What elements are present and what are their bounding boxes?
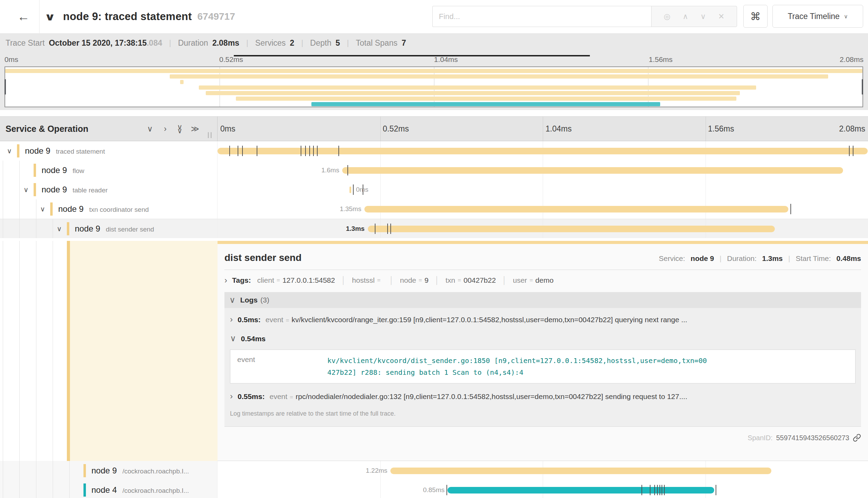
span-timeline-cell[interactable]: 1.6ms [218,161,868,180]
span-duration-label: 1.22ms [366,467,387,474]
log-3-value: rpc/nodedialer/nodedialer.go:132 [n9,cli… [296,392,688,401]
tag-value: 00427b22 [463,276,496,284]
log-event-tick [659,485,660,495]
span-row[interactable]: ∨node 9traced statement [0,141,868,161]
axis-tick-4: 2.08ms [839,124,865,134]
log-event-tick [641,485,642,495]
span-duration-bar[interactable] [364,206,788,212]
span-duration-bar[interactable] [368,226,775,232]
expand-all-icon[interactable]: ≫ [190,124,200,134]
log-collapse-chevron-icon[interactable]: ∨ [230,334,236,343]
keyboard-shortcuts-button[interactable]: ⌘ [743,5,768,28]
operation-name: /cockroach.roachpb.I... [122,468,189,475]
log-event-tick [229,146,230,156]
row-collapse-chevron-icon[interactable]: ∨ [38,205,47,213]
span-row[interactable]: node 9/cockroach.roachpb.I...1.22ms [0,461,868,480]
span-timeline-cell[interactable]: 1.3ms [218,219,868,238]
span-timeline-cell[interactable]: 0.85ms [218,480,868,498]
log-event-tick [790,204,791,214]
tree-guide-line [69,461,70,480]
back-button[interactable]: ← [8,0,39,33]
span-duration-bar[interactable] [390,468,771,474]
axis-tick-3: 1.56ms [708,124,734,134]
tree-guide-line [3,161,3,180]
log-event-tick [662,485,662,495]
row-collapse-chevron-icon[interactable]: ∨ [5,147,14,155]
minimap-right-scrubber[interactable] [862,79,863,94]
minimap-tick-0: 0ms [5,55,18,64]
tags-expand-chevron-icon[interactable]: › [224,276,227,284]
span-row[interactable]: ∨node 9table reader0ms [0,180,868,199]
operation-name: dist sender send [106,226,154,233]
minimap-tick-3: 1.56ms [649,55,673,64]
tags-items: client=127.0.0.1:54582│hostssl=│node=9│t… [257,276,553,284]
tree-guide-line [3,480,3,498]
tag-equals: = [276,277,280,284]
span-duration-bar[interactable] [218,148,868,154]
log-2-value: kv/kvclient/kvcoord/dist_sender.go:1850 … [324,350,714,383]
span-timeline-cell[interactable]: 0ms [218,180,868,199]
minimap-span-bar [170,74,828,79]
logs-header[interactable]: ∨ Logs (3) [224,292,861,308]
detail-divider [224,270,861,270]
minimap-span-bar [199,85,756,90]
span-duration-bar[interactable] [342,167,843,174]
log-entry-2-header[interactable]: ∨ 0.54ms [224,329,861,348]
log-entry-1[interactable]: › 0.5ms: event = kv/kvclient/kvcoord/ran… [224,310,861,329]
match-target-icon[interactable]: ◎ [664,13,670,20]
collapse-one-icon[interactable]: ∨ [145,124,155,134]
detail-span-color-bar [67,241,70,461]
span-row[interactable]: ∨node 9txn coordinator send1.35ms [0,199,868,219]
clear-find-icon[interactable]: ✕ [718,13,724,20]
tag-separator: │ [502,276,507,284]
row-collapse-chevron-icon[interactable]: ∨ [55,225,64,233]
next-match-icon[interactable]: ∨ [700,13,706,20]
span-timeline-cell[interactable] [218,141,868,161]
row-collapse-chevron-icon[interactable]: ∨ [21,185,30,194]
service-name: node 9 [42,165,67,175]
span-row[interactable]: node 4/cockroach.roachpb.I...0.85ms [0,480,868,498]
log-3-key: event [269,392,287,401]
axis-tick-2: 1.04ms [546,124,572,134]
services-label: Services [255,38,286,48]
tag-separator: │ [341,276,346,284]
minimap-left-scrubber[interactable] [5,79,6,94]
header-divider [39,0,39,33]
total-spans-label: Total Spans [356,38,397,48]
span-duration-bar[interactable] [448,487,714,494]
link-icon[interactable] [853,434,861,442]
start-meta-value: 0.48ms [836,254,861,263]
detail-row-tint [70,241,218,461]
title-block: node 9: traced statement 6749717 [63,0,235,33]
trace-view-select[interactable]: Trace Timeline ∨ [772,5,863,28]
find-input[interactable] [432,6,652,27]
column-resize-grip[interactable] [208,132,212,138]
trace-minimap: 0ms 0.52ms 1.04ms 1.56ms 2.08ms [0,53,868,110]
span-detail-panel: dist sender send Service: node 9 | Durat… [218,241,868,461]
log-event-tick [657,485,658,495]
operation-name: /cockroach.roachpb.I... [122,487,189,494]
span-duration-bar[interactable] [349,187,351,193]
span-timeline-cell[interactable]: 1.35ms [218,199,868,219]
logs-collapse-chevron-icon[interactable]: ∨ [229,296,236,304]
log-entry-3[interactable]: › 0.55ms: event = rpc/nodedialer/nodedia… [224,387,861,406]
tag-equals: = [458,277,461,284]
tags-row[interactable]: › Tags: client=127.0.0.1:54582│hostssl=│… [224,276,861,284]
log-expand-chevron-icon[interactable]: › [230,392,233,400]
tree-guide-line [19,199,20,219]
span-timeline-cell[interactable]: 1.22ms [218,461,868,480]
tag-item: node=9 [400,276,428,284]
minimap-focus-bar[interactable] [234,55,590,56]
collapse-all-icon[interactable]: ∨ ∨ [175,125,185,133]
tree-guide-line [3,199,3,219]
trace-summary-bar: Trace Start October 15 2020, 17:38:15 .0… [0,33,868,53]
log-event-tick [650,485,650,495]
collapse-trace-chevron-icon[interactable]: ∨ [44,0,56,33]
span-row[interactable]: ∨node 9dist sender send1.3ms [0,219,868,238]
span-row[interactable]: node 9flow1.6ms [0,161,868,180]
prev-match-icon[interactable]: ∧ [683,13,688,20]
expand-one-icon[interactable]: › [160,124,170,134]
minimap-canvas[interactable] [5,66,863,107]
log-expand-chevron-icon[interactable]: › [230,315,233,324]
span-name-cell: node 9/cockroach.roachpb.I... [0,461,218,480]
